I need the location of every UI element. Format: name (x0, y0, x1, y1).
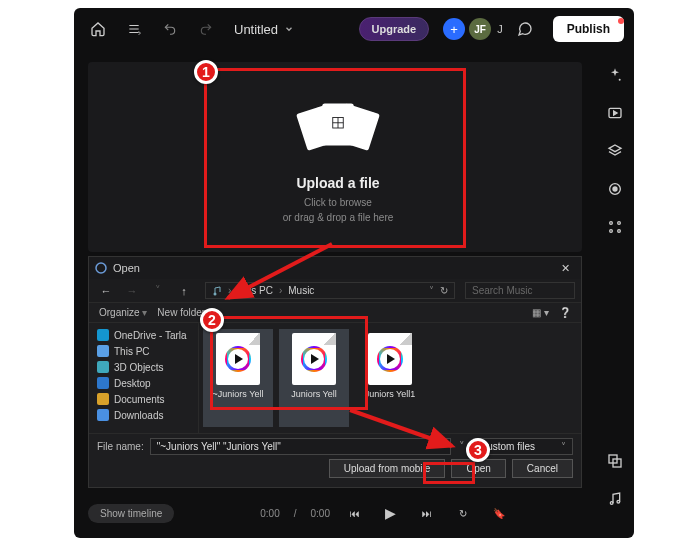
dialog-body: OneDrive - TarlaThis PC3D ObjectsDesktop… (89, 323, 581, 433)
filename-input[interactable] (150, 438, 451, 455)
upload-zone[interactable]: Upload a file Click to browse or drag & … (208, 74, 468, 244)
svg-point-19 (214, 292, 217, 295)
file-item[interactable]: ~Juniors Yell (203, 329, 273, 427)
path-seg-1[interactable]: This PC (237, 285, 273, 296)
svg-point-10 (610, 502, 613, 505)
organize-menu[interactable]: Organize ▾ (99, 307, 147, 318)
svg-point-3 (612, 186, 617, 191)
play-icon[interactable]: ▶ (380, 502, 402, 524)
sidebar-item[interactable]: 3D Objects (89, 359, 198, 375)
skip-back-icon[interactable]: ⏮ (344, 502, 366, 524)
chevron-down-icon (284, 24, 294, 34)
path-box[interactable]: › This PC › Music ˅ ↻ (205, 282, 455, 299)
svg-point-4 (610, 222, 613, 225)
media-icon[interactable] (604, 102, 626, 124)
dialog-nav: ← → ˅ ↑ › This PC › Music ˅ ↻ Search Mus… (89, 279, 581, 303)
time-duration: 0:00 (311, 508, 330, 519)
nav-recent-icon[interactable]: ˅ (147, 280, 169, 302)
app-window: Untitled Upgrade + JF J Publish (74, 8, 634, 538)
notification-dot (618, 18, 624, 24)
user-initial: J (497, 23, 503, 35)
nav-up-icon[interactable]: ↑ (173, 280, 195, 302)
upload-subtitle: Click to browse or drag & drop a file he… (283, 195, 394, 225)
dialog-footer: File name: ˅ Custom files ˅ Upload from … (89, 433, 581, 483)
svg-point-7 (618, 230, 621, 233)
sidebar-item[interactable]: This PC (89, 343, 198, 359)
music-icon[interactable] (604, 488, 626, 510)
help-icon[interactable]: ❔ (559, 307, 571, 318)
file-open-dialog: Open ✕ ← → ˅ ↑ › This PC › Music ˅ ↻ Sea… (88, 256, 582, 488)
file-list: ~Juniors YellJuniors YellJuniors Yell1 (199, 323, 581, 433)
annotation-badge-3: 3 (466, 438, 490, 462)
document-title[interactable]: Untitled (234, 22, 294, 37)
dialog-toolbar: Organize ▾ New folder ▦ ▾ ❔ (89, 303, 581, 323)
path-dropdown-icon[interactable]: ˅ (429, 285, 434, 296)
file-item[interactable]: Juniors Yell (279, 329, 349, 427)
filename-dropdown-icon[interactable]: ˅ (459, 440, 465, 453)
upgrade-button[interactable]: Upgrade (359, 17, 430, 41)
annotation-badge-2: 2 (200, 308, 224, 332)
upload-illustration-icon (283, 93, 393, 163)
upload-title: Upload a file (296, 175, 379, 191)
svg-point-5 (618, 222, 621, 225)
close-button[interactable]: ✕ (555, 262, 575, 275)
overlap-icon[interactable] (604, 450, 626, 472)
refresh-icon[interactable]: ↻ (440, 285, 448, 296)
canvas-stage: Upload a file Click to browse or drag & … (88, 62, 582, 252)
path-seg-2[interactable]: Music (288, 285, 314, 296)
topbar: Untitled Upgrade + JF J Publish (74, 8, 634, 50)
publish-button[interactable]: Publish (553, 16, 624, 42)
settings-icon[interactable] (604, 216, 626, 238)
skip-forward-icon[interactable]: ⏭ (416, 502, 438, 524)
sparkle-icon[interactable] (604, 64, 626, 86)
right-sidebar (596, 50, 634, 510)
home-icon[interactable] (84, 15, 112, 43)
filename-label: File name: (97, 441, 144, 452)
sidebar-item[interactable]: Desktop (89, 375, 198, 391)
bookmark-icon[interactable]: 🔖 (488, 502, 510, 524)
dialog-sidebar: OneDrive - TarlaThis PC3D ObjectsDesktop… (89, 323, 199, 433)
layers-icon[interactable] (604, 140, 626, 162)
music-note-icon (212, 286, 222, 296)
dialog-titlebar: Open ✕ (89, 257, 581, 279)
svg-point-0 (619, 79, 621, 81)
user-chip[interactable]: + JF J (443, 18, 503, 40)
loop-icon[interactable]: ↻ (452, 502, 474, 524)
svg-point-6 (610, 230, 613, 233)
upload-from-mobile-button[interactable]: Upload from mobile (329, 459, 446, 478)
sidebar-item[interactable]: Documents (89, 391, 198, 407)
avatar: JF (469, 18, 491, 40)
nav-back-icon[interactable]: ← (95, 280, 117, 302)
undo-icon[interactable] (156, 15, 184, 43)
redo-icon[interactable] (192, 15, 220, 43)
new-folder-button[interactable]: New folder (157, 307, 205, 318)
sidebar-item[interactable]: OneDrive - Tarla (89, 327, 198, 343)
show-timeline-button[interactable]: Show timeline (88, 504, 174, 523)
dialog-title: Open (113, 262, 140, 274)
player-bar: Show timeline 0:00 / 0:00 ⏮ ▶ ⏭ ↻ 🔖 (88, 498, 582, 528)
view-mode-icon[interactable]: ▦ ▾ (532, 307, 549, 318)
svg-point-18 (96, 263, 106, 273)
comment-icon[interactable] (511, 15, 539, 43)
time-current: 0:00 (260, 508, 279, 519)
annotation-badge-1: 1 (194, 60, 218, 84)
file-item[interactable]: Juniors Yell1 (355, 329, 425, 427)
window-icon (95, 262, 107, 274)
nav-forward-icon[interactable]: → (121, 280, 143, 302)
svg-point-11 (617, 500, 620, 503)
sidebar-item[interactable]: Downloads (89, 407, 198, 423)
cancel-button[interactable]: Cancel (512, 459, 573, 478)
record-icon[interactable] (604, 178, 626, 200)
search-input[interactable]: Search Music (465, 282, 575, 299)
menu-icon[interactable] (120, 15, 148, 43)
add-collaborator-icon[interactable]: + (443, 18, 465, 40)
document-title-text: Untitled (234, 22, 278, 37)
